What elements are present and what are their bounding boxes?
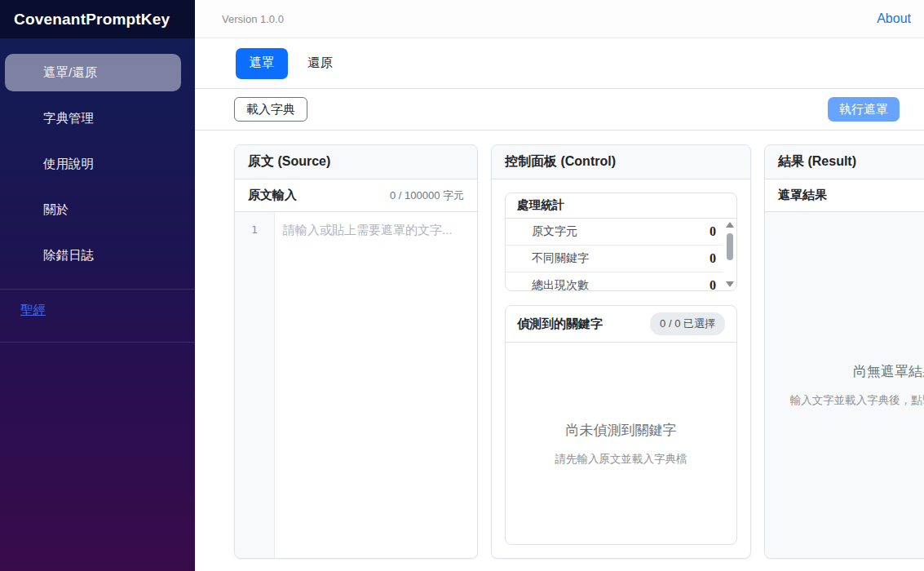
keywords-empty-state: 尚未偵測到關鍵字 請先輸入原文並載入字典檔	[506, 343, 736, 544]
stat-label: 總出現次數	[532, 278, 589, 290]
stats-scrollbar[interactable]	[724, 220, 736, 289]
source-panel-title: 原文 (Source)	[235, 145, 477, 179]
panels-row: 原文 (Source) 原文輸入 0 / 100000 字元 1 控制面板 (C…	[195, 131, 924, 571]
result-panel-title: 結果 (Result)	[765, 145, 924, 179]
stat-value: 0	[710, 278, 716, 290]
result-empty-state: 尚無遮罩結果 輸入文字並載入字典後，點擊「執行遮罩」	[765, 212, 924, 558]
tab-mask[interactable]: 遮罩	[236, 48, 288, 79]
result-empty-title: 尚無遮罩結果	[853, 362, 924, 381]
keywords-card: 偵測到的關鍵字 0 / 0 已選擇 尚未偵測到關鍵字 請先輸入原文並載入字典檔	[505, 305, 737, 545]
control-panel: 控制面板 (Control) 處理統計 原文字元 0 不同關鍵字	[491, 144, 751, 559]
main-area: Version 1.0.0 About 遮罩 還原 載入字典 執行遮罩 原文 (…	[195, 0, 924, 571]
sidebar-item-about[interactable]: 關於	[5, 191, 181, 228]
keywords-empty-hint: 請先輸入原文並載入字典檔	[555, 452, 687, 467]
keywords-title: 偵測到的關鍵字	[517, 316, 603, 332]
scrollbar-thumb[interactable]	[727, 233, 733, 260]
sidebar-item-debug-log[interactable]: 除錯日誌	[5, 237, 181, 274]
stat-row: 原文字元 0	[506, 219, 723, 246]
keywords-selected-badge: 0 / 0 已選擇	[650, 312, 725, 335]
result-output-header: 遮罩結果	[765, 179, 924, 212]
tab-label: 還原	[307, 55, 333, 72]
topbar: Version 1.0.0 About	[195, 0, 924, 38]
sidebar-item-label: 遮罩/還原	[43, 64, 97, 82]
stat-label: 原文字元	[532, 224, 577, 239]
version-text: Version 1.0.0	[222, 13, 284, 25]
keywords-empty-title: 尚未偵測到關鍵字	[566, 421, 677, 440]
stat-value: 0	[710, 224, 716, 239]
stat-row: 總出現次數 0	[506, 272, 723, 290]
source-editor: 1	[235, 212, 477, 558]
source-input-header: 原文輸入 0 / 100000 字元	[235, 179, 477, 212]
sidebar-item-dictionary[interactable]: 字典管理	[5, 100, 181, 137]
tab-restore[interactable]: 還原	[307, 55, 333, 72]
stats-card-header: 處理統計	[506, 193, 736, 219]
source-input-label: 原文輸入	[248, 188, 297, 203]
action-toolbar: 載入字典 執行遮罩	[195, 89, 924, 131]
line-number: 1	[251, 224, 258, 236]
sidebar-item-mask-restore[interactable]: 遮罩/還原	[5, 54, 181, 91]
sidebar-nav: 遮罩/還原 字典管理 使用說明 關於 除錯日誌 聖經	[0, 38, 195, 571]
sidebar-footer: 聖經	[0, 290, 195, 330]
sidebar-item-label: 使用說明	[43, 156, 94, 173]
app-title: CovenantPromptKey	[0, 0, 195, 38]
char-counter: 0 / 100000 字元	[390, 188, 464, 203]
bible-link[interactable]: 聖經	[20, 303, 46, 316]
stat-value: 0	[710, 251, 716, 266]
stats-scroll-area[interactable]: 原文字元 0 不同關鍵字 0 總出現次數 0	[506, 219, 736, 290]
stat-row: 不同關鍵字 0	[506, 246, 723, 272]
tab-bar: 遮罩 還原	[195, 38, 924, 89]
sidebar: CovenantPromptKey 遮罩/還原 字典管理 使用說明 關於 除錯日…	[0, 0, 195, 571]
sidebar-item-instructions[interactable]: 使用說明	[5, 145, 181, 183]
scroll-down-icon[interactable]	[726, 281, 734, 287]
stats-rows: 原文字元 0 不同關鍵字 0 總出現次數 0	[506, 219, 723, 290]
source-panel: 原文 (Source) 原文輸入 0 / 100000 字元 1	[234, 144, 478, 559]
sidebar-divider	[0, 342, 195, 343]
control-panel-title: 控制面板 (Control)	[492, 145, 750, 179]
stat-label: 不同關鍵字	[532, 251, 589, 266]
execute-mask-button[interactable]: 執行遮罩	[828, 97, 900, 122]
result-empty-hint: 輸入文字並載入字典後，點擊「執行遮罩」	[790, 393, 924, 408]
stats-title: 處理統計	[517, 197, 564, 213]
scroll-up-icon[interactable]	[726, 222, 734, 228]
about-link[interactable]: About	[877, 11, 911, 26]
tab-label: 遮罩	[250, 55, 275, 72]
sidebar-item-label: 關於	[43, 201, 69, 219]
line-number-gutter: 1	[235, 212, 275, 558]
result-output-label: 遮罩結果	[778, 188, 827, 203]
keywords-card-header: 偵測到的關鍵字 0 / 0 已選擇	[506, 306, 736, 343]
load-dictionary-button[interactable]: 載入字典	[234, 97, 307, 122]
sidebar-item-label: 字典管理	[43, 110, 94, 127]
source-text-input[interactable]	[275, 212, 477, 558]
control-panel-body: 處理統計 原文字元 0 不同關鍵字 0	[492, 179, 750, 558]
sidebar-item-label: 除錯日誌	[43, 247, 94, 264]
stats-card: 處理統計 原文字元 0 不同關鍵字 0	[505, 193, 737, 291]
result-panel: 結果 (Result) 遮罩結果 尚無遮罩結果 輸入文字並載入字典後，點擊「執行…	[764, 144, 924, 559]
